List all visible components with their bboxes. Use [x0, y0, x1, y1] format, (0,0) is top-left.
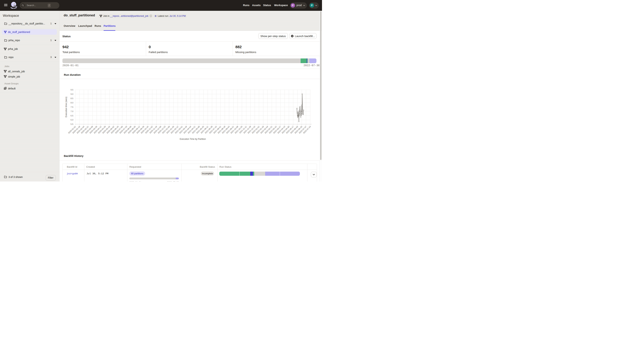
svg-text:9.0: 9.0	[70, 93, 73, 95]
svg-text:6.5: 6.5	[70, 114, 73, 117]
svg-text:5.5: 5.5	[70, 123, 73, 126]
svg-text:7.5: 7.5	[70, 106, 73, 108]
svg-text:8.0: 8.0	[70, 102, 73, 104]
svg-text:Execution Time by Partition: Execution Time by Partition	[180, 138, 206, 140]
svg-text:9.5: 9.5	[70, 89, 73, 91]
svg-text:6.0: 6.0	[70, 119, 73, 121]
svg-text:7.0: 7.0	[70, 110, 73, 112]
svg-text:Execution time (secs): Execution time (secs)	[65, 97, 68, 118]
svg-text:8.5: 8.5	[70, 97, 73, 100]
